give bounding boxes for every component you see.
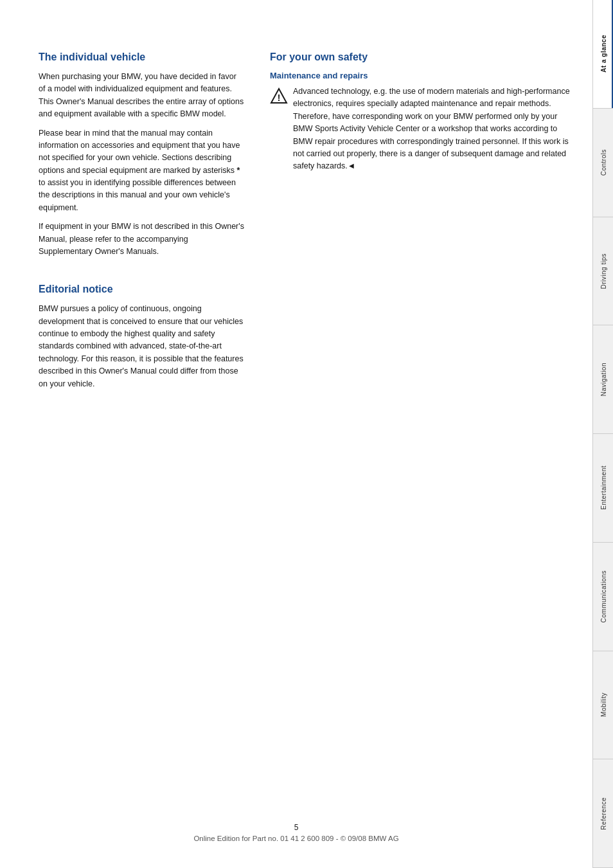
svg-text:!: !	[278, 93, 281, 103]
page-container: The individual vehicle When purchasing y…	[0, 0, 613, 868]
sidebar-tab-controls[interactable]: Controls	[593, 109, 613, 217]
sidebar-tab-driving-tips[interactable]: Driving tips	[593, 217, 613, 326]
asterisk-symbol: *	[237, 166, 240, 175]
warning-block: ! Advanced technology, e.g. the use of m…	[270, 86, 573, 173]
main-content: The individual vehicle When purchasing y…	[0, 0, 592, 868]
individual-vehicle-title: The individual vehicle	[39, 51, 244, 63]
two-column-layout: The individual vehicle When purchasing y…	[39, 51, 573, 397]
warning-triangle-icon: !	[270, 87, 288, 105]
sidebar-tab-label: Reference	[600, 797, 607, 830]
editorial-notice-para1: BMW pursues a policy of continuous, ongo…	[39, 303, 244, 390]
sidebar-tab-label: At a glance	[600, 35, 607, 73]
individual-vehicle-para1: When purchasing your BMW, you have decid…	[39, 71, 244, 121]
sidebar-tab-label: Driving tips	[600, 253, 607, 289]
page-footer: 5 Online Edition for Part no. 01 41 2 60…	[0, 823, 592, 842]
sidebar-tab-at-a-glance[interactable]: At a glance	[593, 0, 613, 109]
for-your-own-safety-title: For your own safety	[270, 51, 573, 63]
maintenance-repairs-title: Maintenance and repairs	[270, 71, 573, 80]
page-number: 5	[0, 823, 592, 832]
right-column: For your own safety Maintenance and repa…	[270, 51, 573, 397]
sidebar-tab-entertainment[interactable]: Entertainment	[593, 434, 613, 543]
individual-vehicle-para2: Please bear in mind that the manual may …	[39, 127, 244, 215]
sidebar-tab-label: Entertainment	[600, 466, 607, 510]
sidebar-tab-label: Navigation	[600, 363, 607, 396]
warning-text-content: Advanced technology, e.g. the use of mod…	[293, 86, 573, 173]
sidebar-tab-mobility[interactable]: Mobility	[593, 651, 613, 760]
sidebar-tab-label: Communications	[600, 570, 607, 622]
sidebar-tab-label: Mobility	[600, 692, 607, 717]
editorial-notice-section: Editorial notice BMW pursues a policy of…	[39, 284, 244, 390]
footer-text: Online Edition for Part no. 01 41 2 600 …	[0, 835, 592, 842]
sidebar-tabs: At a glanceControlsDriving tipsNavigatio…	[592, 0, 613, 868]
sidebar-tab-navigation[interactable]: Navigation	[593, 325, 613, 434]
sidebar-tab-communications[interactable]: Communications	[593, 543, 613, 651]
individual-vehicle-para3: If equipment in your BMW is not describe…	[39, 221, 244, 258]
sidebar-tab-reference[interactable]: Reference	[593, 759, 613, 868]
sidebar-tab-label: Controls	[600, 149, 607, 176]
editorial-notice-title: Editorial notice	[39, 284, 244, 295]
individual-vehicle-section: The individual vehicle When purchasing y…	[39, 51, 244, 258]
left-column: The individual vehicle When purchasing y…	[39, 51, 244, 397]
